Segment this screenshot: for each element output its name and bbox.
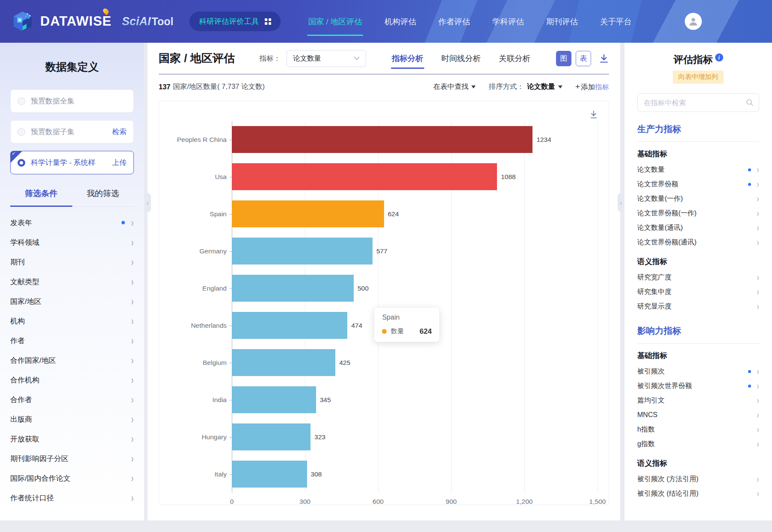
dataset-option-action-link[interactable]: 检索 [112,127,127,137]
nav-item[interactable]: 关于平台 [599,13,633,30]
filter-list: 发表年 › 学科领域 › 期刊 › 文献类型 [10,213,134,508]
metric-select[interactable]: 论文数量 [287,50,366,67]
filter-item[interactable]: 作者统计口径 › [10,488,134,508]
nav-item[interactable]: 作者评估 [438,13,471,30]
chart-row: Italy308 [232,456,597,493]
indicator-item[interactable]: 论文世界份额(一作) › [637,206,759,220]
indicators-panel: 评估指标i 向表中增加列 生产力指标 基础指标 [624,43,772,520]
dataset-panel-title: 数据集定义 [10,60,134,74]
chart-download-icon[interactable] [589,110,598,121]
chart-row: Germany577 [232,232,597,270]
radio-button[interactable] [18,159,25,167]
indicator-item[interactable]: 论文世界份额(通讯) › [637,235,759,250]
selected-indicator-dot [748,370,751,373]
chart-view-button[interactable]: 图 [556,51,571,66]
collapse-right-panel-handle[interactable]: › [618,193,624,212]
indicator-item-label: 研究宽广度 [637,273,671,282]
filter-item-label: 作者统计口径 [10,493,54,503]
analysis-tab[interactable]: 关联分析 [498,49,531,68]
value-label: 1088 [501,173,515,181]
analysis-tab[interactable]: 时间线分析 [441,49,482,68]
bar-spain[interactable] [232,200,384,227]
bar-india[interactable] [232,386,316,413]
add-column-badge: 向表中增加列 [673,71,724,84]
dataset-option[interactable]: 科学计量学 - 系统样 上传 [10,151,134,174]
dataset-option[interactable]: 预置数据全集 [10,89,134,113]
indicator-group-heading: 生产力指标 [637,123,759,135]
indicator-item[interactable]: h指数 › [637,422,759,437]
indicator-item[interactable]: 研究集中度 › [637,285,759,299]
indicator-item[interactable]: 被引频次 (结论引用) › [637,486,759,501]
indicator-item[interactable]: 被引频次世界份额 › [637,379,759,393]
chart-row: Usa1088 [232,158,597,195]
filter-item[interactable]: 文献类型 › [10,272,134,291]
tooltip-value: 624 [420,327,432,336]
nav-item[interactable]: 国家 / 地区评估 [307,13,363,30]
indicator-item[interactable]: 篇均引文 › [637,393,759,408]
bar-hungary[interactable] [232,423,311,450]
filter-item[interactable]: 机构 › [10,311,134,331]
filter-item[interactable]: 期刊影响因子分区 › [10,449,134,468]
find-in-table-button[interactable]: 在表中查找 [433,82,476,91]
indicator-item[interactable]: MNCS › [637,408,759,422]
filter-item[interactable]: 合作者 › [10,390,134,409]
download-icon[interactable] [599,53,609,64]
analysis-tab[interactable]: 指标分析 [391,49,424,68]
chevron-right-icon: › [757,396,759,405]
indicator-item[interactable]: 被引频次 › [637,364,759,379]
filter-item[interactable]: 合作国家/地区 › [10,350,134,370]
bar-italy[interactable] [232,461,307,488]
nav-item[interactable]: 期刊评估 [545,13,579,30]
x-tick-label: 1,500 [589,498,606,506]
indicator-item[interactable]: g指数 › [637,437,759,451]
filter-item[interactable]: 发表年 › [10,213,134,232]
collapse-left-panel-handle[interactable]: ‹ [144,193,151,212]
bar-belgium[interactable] [232,349,335,376]
brand-name: DATAWISE [40,14,112,29]
tooltip-series-name: 数量 [390,327,404,336]
bar-england[interactable] [232,275,354,302]
page-title: 国家 / 地区评估 [159,51,235,66]
metric-label: 指标： [259,54,281,63]
indicator-item[interactable]: 论文世界份额 › [637,177,759,191]
category-label: Usa [163,173,227,181]
table-view-button[interactable]: 表 [576,51,591,66]
add-indicator-button[interactable]: +添加指标 [575,82,609,92]
radio-button[interactable] [18,97,25,105]
filter-item[interactable]: 国家/地区 › [10,291,134,311]
nav-item[interactable]: 机构评估 [384,13,417,30]
indicator-item[interactable]: 研究宽广度 › [637,270,759,285]
indicator-item[interactable]: 研究显示度 › [637,299,759,314]
bar-usa[interactable] [232,163,497,190]
bar-germany[interactable] [232,238,373,265]
user-avatar[interactable] [685,13,702,30]
filter-item[interactable]: 期刊 › [10,252,134,272]
filter-item[interactable]: 开放获取 › [10,429,134,449]
dataset-option[interactable]: 预置数据子集 检索 [10,120,134,144]
indicator-item[interactable]: 被引频次 (方法引用) › [637,472,759,486]
indicator-item[interactable]: 论文数量(一作) › [637,191,759,206]
filter-item-label: 出版商 [10,414,32,424]
indicator-search-input[interactable] [637,93,759,112]
chevron-right-icon: › [757,287,759,297]
selected-indicator-dot [748,168,751,171]
filter-item[interactable]: 作者 › [10,331,134,350]
indicator-item[interactable]: 论文数量(通讯) › [637,220,759,235]
radio-button[interactable] [18,128,25,136]
filter-item[interactable]: 国际/国内合作论文 › [10,468,134,488]
bar-peoples-r-china[interactable] [232,126,532,153]
filter-tab[interactable]: 我的筛选 [72,188,134,206]
research-eval-tool-button[interactable]: 科研评估评价工具 [189,12,281,31]
bar-netherlands[interactable] [232,312,347,339]
filter-tab[interactable]: 筛选条件 [10,188,72,207]
filter-item[interactable]: 出版商 › [10,409,134,429]
indicator-item[interactable]: 论文数量 › [637,162,759,177]
filter-item[interactable]: 学科领域 › [10,232,134,252]
sort-control[interactable]: 排序方式： 论文数量 [488,82,562,91]
chevron-right-icon: › [131,473,134,484]
filter-item[interactable]: 合作机构 › [10,370,134,390]
nav-item[interactable]: 学科评估 [491,13,525,30]
info-icon[interactable]: i [715,53,723,62]
filter-item-label: 发表年 [10,218,32,228]
dataset-option-action-link[interactable]: 上传 [112,158,127,168]
